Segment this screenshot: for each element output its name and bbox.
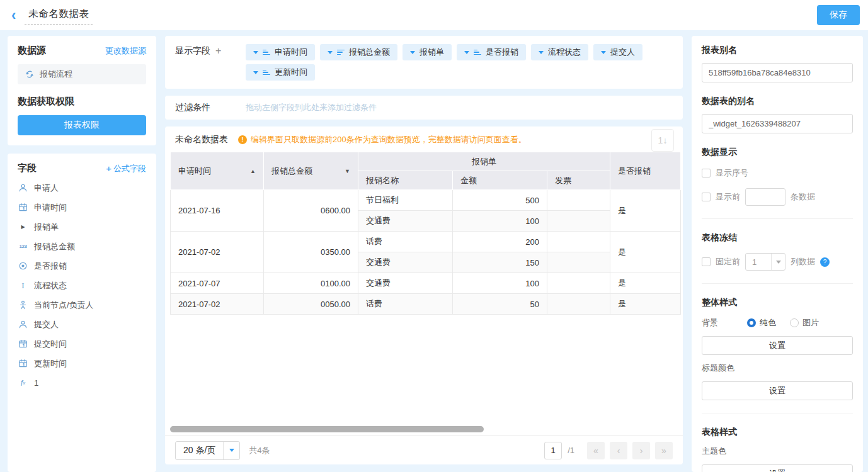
report-alias-input[interactable] <box>702 63 853 82</box>
col-header-name[interactable]: 报销名称 <box>358 171 453 190</box>
field-item-label: 更新时间 <box>34 358 67 369</box>
text-icon: I <box>18 281 28 291</box>
show-first-checkbox[interactable] <box>702 193 711 201</box>
page-title[interactable]: 未命名数据表 <box>25 6 93 25</box>
display-field-chip-label: 报销单 <box>420 47 444 58</box>
save-button[interactable]: 保存 <box>817 5 860 25</box>
col-header-reimbursed[interactable]: 是否报销 <box>610 152 681 190</box>
background-set-button[interactable]: 设置 <box>702 336 853 355</box>
table-cell: 交通费 <box>358 273 453 294</box>
filter-dropzone[interactable]: 拖动左侧字段到此处来添加过滤条件 <box>246 102 377 113</box>
page-size-value: 20 条/页 <box>176 445 223 456</box>
field-item[interactable]: 123报销总金额 <box>18 237 146 256</box>
sort-desc-icon: ▼ <box>345 168 350 174</box>
field-item[interactable]: 提交时间 <box>18 334 146 354</box>
freeze-checkbox[interactable] <box>702 257 711 266</box>
prev-page-icon[interactable]: ‹ <box>610 442 627 459</box>
table-cell <box>547 232 610 252</box>
table-row: 2021-07-160600.00节日福利500是 <box>171 190 681 211</box>
table-cell: 2021-07-02 <box>171 294 264 315</box>
calendar-icon <box>18 339 28 349</box>
field-item-label: 提交人 <box>34 319 59 330</box>
image-radio[interactable] <box>790 318 799 327</box>
col-header-total-amount[interactable]: 报销总金额▼ <box>264 152 358 190</box>
next-page-icon[interactable]: › <box>632 442 650 459</box>
table-cell: 是 <box>610 232 681 273</box>
theme-set-button[interactable]: 设置 <box>702 464 853 472</box>
datasource-item[interactable]: 报销流程 <box>18 64 146 84</box>
page-size-select[interactable]: 20 条/页 <box>175 441 240 460</box>
display-field-chip[interactable]: 是否报销 <box>457 44 526 60</box>
chevron-down-icon <box>776 261 781 264</box>
field-item[interactable]: fx1 <box>18 373 146 393</box>
display-field-chip[interactable]: 报销单 <box>403 44 452 60</box>
col-header-apply-time[interactable]: 申请时间▲ <box>171 152 264 190</box>
row-limit-input[interactable] <box>745 188 785 206</box>
datasource-item-label: 报销流程 <box>40 69 72 80</box>
filter-label: 过滤条件 <box>175 102 246 113</box>
overall-style-heading: 整体样式 <box>702 297 853 308</box>
field-item[interactable]: 是否报销 <box>18 256 146 276</box>
display-field-chips: 申请时间报销总金额报销单是否报销流程状态提交人更新时间 <box>246 42 673 82</box>
chevron-down-icon <box>464 51 469 54</box>
display-field-chip[interactable]: 申请时间 <box>246 44 315 60</box>
title-color-set-button[interactable]: 设置 <box>702 381 853 400</box>
table-cell: 2021-07-02 <box>171 232 264 273</box>
last-page-icon[interactable]: » <box>655 442 673 459</box>
display-field-chip-label: 报销总金额 <box>349 47 390 58</box>
horizontal-scrollbar[interactable] <box>170 426 484 432</box>
col-header-invoice[interactable]: 发票 <box>547 171 610 190</box>
col-header-amount[interactable]: 金额 <box>453 171 547 190</box>
table-cell: 200 <box>453 232 547 252</box>
table-cell: 是 <box>610 190 681 232</box>
display-field-chip[interactable]: 更新时间 <box>246 64 315 81</box>
col-header-reimburse-group[interactable]: 报销单 <box>358 152 610 171</box>
table-cell: 2021-07-16 <box>171 190 264 232</box>
table-alias-input[interactable] <box>702 114 853 133</box>
field-list: 申请人申请时间▶报销单123报销总金额是否报销I流程状态当前节点/负责人提交人提… <box>18 178 146 393</box>
first-page-icon[interactable]: « <box>587 442 605 459</box>
display-field-chip[interactable]: 报销总金额 <box>320 44 397 60</box>
field-item[interactable]: 申请时间 <box>18 198 146 217</box>
display-fields-panel: 显示字段 + 申请时间报销总金额报销单是否报销流程状态提交人更新时间 <box>165 36 683 89</box>
page-number-input[interactable] <box>544 442 562 459</box>
field-item[interactable]: ▶报销单 <box>18 217 146 237</box>
help-icon[interactable]: ? <box>820 257 830 267</box>
table-cell <box>547 252 610 273</box>
show-index-checkbox[interactable] <box>702 169 711 177</box>
table-cell: 交通费 <box>358 252 453 273</box>
pagination-nav: «‹›» <box>582 442 673 459</box>
table-cell <box>547 190 610 211</box>
divider <box>702 413 853 413</box>
row-order-icon[interactable]: 1↓ <box>651 129 674 152</box>
solid-color-label: 纯色 <box>760 317 776 329</box>
warning-icon: ! <box>238 135 247 144</box>
add-formula-field-link[interactable]: + 公式字段 <box>106 163 146 174</box>
display-field-chip-label: 更新时间 <box>275 67 307 78</box>
field-item[interactable]: 申请人 <box>18 178 146 198</box>
table-cell: 0350.00 <box>264 232 358 273</box>
solid-color-radio[interactable] <box>747 318 756 327</box>
report-permission-button[interactable]: 报表权限 <box>18 115 146 135</box>
back-icon[interactable]: ‹ <box>11 8 16 23</box>
table-cell: 100 <box>453 211 547 232</box>
report-alias-heading: 报表别名 <box>702 45 853 56</box>
display-field-chip[interactable]: 流程状态 <box>531 44 588 60</box>
freeze-count-select[interactable]: 1 <box>745 253 785 271</box>
table-cell: 0100.00 <box>264 273 358 294</box>
add-display-field-icon[interactable]: + <box>215 45 221 57</box>
top-bar: ‹ 未命名数据表 保存 <box>0 0 868 30</box>
table-cell: 150 <box>453 252 547 273</box>
display-field-chip-label: 流程状态 <box>548 47 581 58</box>
display-field-chip[interactable]: 提交人 <box>593 44 642 60</box>
field-item[interactable]: 提交人 <box>18 315 146 334</box>
person-icon <box>18 300 28 310</box>
table-cell <box>547 211 610 232</box>
change-datasource-link[interactable]: 更改数据源 <box>105 45 146 57</box>
user-icon <box>18 183 28 193</box>
table-zone: 申请时间▲ 报销总金额▼ 报销单 是否报销 报销名称 金额 <box>165 152 683 435</box>
field-item-label: 申请时间 <box>34 202 67 213</box>
field-item[interactable]: 更新时间 <box>18 354 146 373</box>
field-item[interactable]: 当前节点/负责人 <box>18 295 146 315</box>
field-item[interactable]: I流程状态 <box>18 276 146 295</box>
